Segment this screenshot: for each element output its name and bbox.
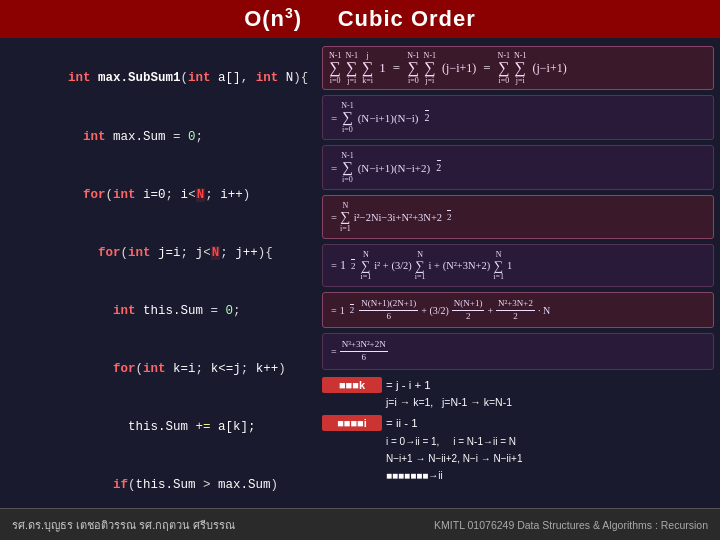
code-line-8: if(this.Sum > max.Sum) <box>8 457 314 515</box>
code-line-2: int max.Sum = 0; <box>8 108 314 166</box>
page-title: O(n3) Cubic Order <box>244 5 476 32</box>
summation-display: N-1 ∑ i=0 N-1 ∑ j=i j ∑ k=i 1 = N-1 <box>329 51 707 85</box>
info-row-i: ■■■■i = ii - 1 i = 0→ii = 1, i = N-1→ii … <box>322 415 714 484</box>
left-panel: int max.SubSum1(int a[], int N){ int max… <box>6 46 316 504</box>
page-header: O(n3) Cubic Order <box>0 0 720 38</box>
footer-course: KMITL 01076249 Data Structures & Algorit… <box>434 519 708 531</box>
main-content: int max.SubSum1(int a[], int N){ int max… <box>0 38 720 508</box>
footer: รศ.ดร.บุญธร เตชอติวรรณ รศ.กฤตวน ศรีบรรณ … <box>0 508 720 540</box>
code-block: int max.SubSum1(int a[], int N){ int max… <box>6 46 316 540</box>
k-label: ■■■k <box>322 377 382 393</box>
math-closed-form: = 1 2 N(N+1)(2N+1) 6 + (3/2) N(N+1) 2 + … <box>322 292 714 328</box>
i-info: = ii - 1 i = 0→ii = 1, i = N-1→ii = N N−… <box>386 415 522 484</box>
math-middle-1: = N-1 ∑ i=0 (N−i+1)(N−i) 2 <box>322 95 714 140</box>
footer-authors: รศ.ดร.บุญธร เตชอติวรรณ รศ.กฤตวน ศรีบรรณ <box>12 516 235 534</box>
math-poly: = N ∑ i=1 i²−2Ni−3i+N²+3N+2 2 <box>322 195 714 239</box>
code-line-4: for(int j=i; j<N; j++){ <box>8 224 314 282</box>
math-sum-decomp: = 1 2 N ∑ i=1 i² + (3/2) N ∑ i=1 i + (N²… <box>322 244 714 287</box>
i-label: ■■■■i <box>322 415 382 431</box>
info-row-k: ■■■k = j - i + 1 j=i → k=1, j=N-1 → k=N-… <box>322 377 714 412</box>
info-boxes: ■■■k = j - i + 1 j=i → k=1, j=N-1 → k=N-… <box>322 377 714 485</box>
math-final: = N³+3N²+2N 6 <box>322 333 714 369</box>
math-middle-2: = N-1 ∑ i=0 (N−i+1)(N−i+2) 2 <box>322 145 714 190</box>
code-line-1: int max.SubSum1(int a[], int N){ <box>8 50 314 108</box>
k-info: = j - i + 1 j=i → k=1, j=N-1 → k=N-1 <box>386 377 512 412</box>
code-line-3: for(int i=0; i<N; i++) <box>8 166 314 224</box>
code-line-5: int this.Sum = 0; <box>8 283 314 341</box>
right-panel: N-1 ∑ i=0 N-1 ∑ j=i j ∑ k=i 1 = N-1 <box>322 46 714 504</box>
code-line-6: for(int k=i; k<=j; k++) <box>8 341 314 399</box>
code-line-7: this.Sum += a[k]; <box>8 399 314 457</box>
math-summation-top: N-1 ∑ i=0 N-1 ∑ j=i j ∑ k=i 1 = N-1 <box>322 46 714 90</box>
